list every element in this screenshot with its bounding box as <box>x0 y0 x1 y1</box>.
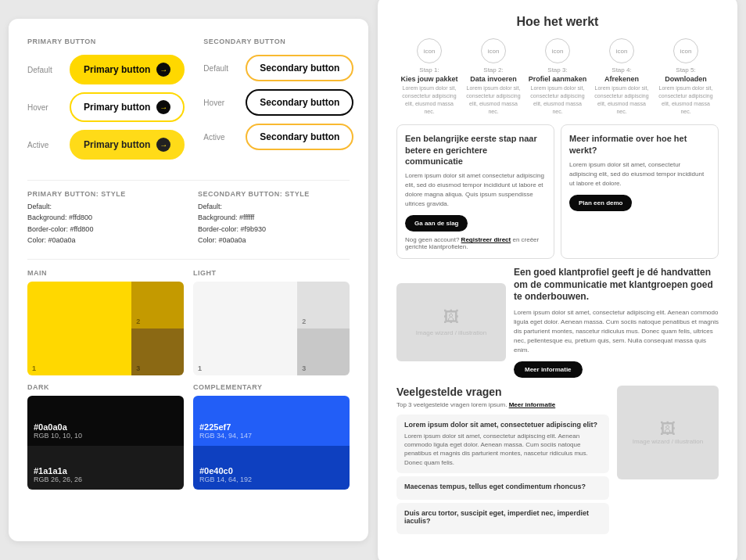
step-2-desc: Lorem ipsum dolor sit, consectetur adipi… <box>464 84 523 115</box>
sec-style-line-2: Border-color: #f9b930 <box>198 224 350 235</box>
primary-default-button[interactable]: Primary button → <box>70 55 185 84</box>
style-section: PRIMARY BUTTON: STYLE Default: Backgroun… <box>27 190 350 246</box>
hover-state-label: Hover <box>27 103 60 112</box>
info-cards: Een belangrijke eerste stap naar betere … <box>396 124 719 259</box>
faq-question-1: Lorem ipsum dolor sit amet, consectetuer… <box>404 421 601 429</box>
dark-swatch-1: #0a0a0a RGB 10, 10, 10 <box>27 396 184 446</box>
secondary-style-title: SECONDARY BUTTON: STYLE <box>198 190 350 198</box>
comp-swatch-1: #225ef7 RGB 34, 94, 147 <box>193 396 350 446</box>
faq-answer-1: Lorem ipsum dolor sit amet, consectetur … <box>404 432 601 467</box>
primary-hover-label: Primary button <box>84 102 150 113</box>
main-swatch-3: 3 <box>131 328 184 375</box>
secondary-default-button[interactable]: Secondary button <box>246 55 353 81</box>
light-color-group: LIGHT 1 2 3 <box>193 269 350 375</box>
faq-subtitle: Top 3 veelgestelde vragen lorem ipsum. M… <box>396 401 609 408</box>
plan-een-demo-button[interactable]: Plan een demo <box>569 195 632 211</box>
meer-informatie-button[interactable]: Meer informatie <box>514 361 583 378</box>
secondary-hover-button[interactable]: Secondary button <box>246 89 353 116</box>
primary-button-section: PRIMARY BUTTON Default Primary button → … <box>27 38 185 167</box>
style-line-2: Border-color: #ffd800 <box>27 224 179 235</box>
light-color-swatches: 1 2 3 <box>193 282 350 375</box>
secondary-active-button[interactable]: Secondary button <box>246 124 353 150</box>
comp-hex-1: #225ef7 <box>199 422 343 432</box>
step-2: icon Stap 2: Data invoeren Lorem ipsum d… <box>464 38 523 115</box>
dark-rgb-2: RGB 26, 26, 26 <box>34 476 178 483</box>
primary-style-text: Default: Background: #ffd800 Border-colo… <box>27 201 179 246</box>
info-card-2-title: Meer informatie over hoe het werkt? <box>569 133 710 156</box>
faq-left: Veelgestelde vragen Top 3 veelgestelde v… <box>396 386 609 537</box>
comp-swatch-2: #0e40c0 RGB 14, 64, 192 <box>193 446 350 490</box>
main-swatch-1-label: 1 <box>32 364 36 372</box>
style-line-1: Background: #ffd800 <box>27 212 179 223</box>
secondary-default-row: Default Secondary button <box>203 55 353 81</box>
dark-color-label: DARK <box>27 383 184 391</box>
light-swatch-3-label: 3 <box>302 364 306 372</box>
main-color-swatches: 1 2 3 <box>27 282 184 375</box>
comp-rgb-2: RGB 14, 64, 192 <box>199 476 343 483</box>
main-swatch-3-label: 3 <box>136 364 140 372</box>
step-4-desc: Lorem ipsum dolor sit, consectetur adipi… <box>592 84 651 115</box>
image-placeholder-icon: 🖼 <box>443 308 459 326</box>
step-2-num: Stap 2: <box>483 66 503 74</box>
light-swatch-1: 1 <box>193 282 297 375</box>
step-2-circle: icon <box>481 38 506 63</box>
complementary-color-label: COMPLEMENTARY <box>193 383 350 391</box>
primary-active-button[interactable]: Primary button → <box>70 130 185 160</box>
info-card-1-title: Een belangrijke eerste stap naar betere … <box>405 133 546 167</box>
step-5-num: Stap 5: <box>676 66 695 74</box>
primary-active-label: Primary button <box>84 139 150 150</box>
sec-style-line-3: Color: #0a0a0a <box>198 235 350 246</box>
sec-style-line-1: Background: #ffffff <box>198 212 350 223</box>
meer-informatie-link[interactable]: Meer informatie <box>509 401 556 408</box>
register-link[interactable]: Registreer direct <box>461 236 511 243</box>
dark-swatch-2: #1a1a1a RGB 26, 26, 26 <box>27 446 184 490</box>
right-content: Hoe het werkt icon Stap 1: Kies jouw pak… <box>396 15 719 537</box>
steps-row: icon Stap 1: Kies jouw pakket Lorem ipsu… <box>396 38 719 115</box>
secondary-style-text: Default: Background: #ffffff Border-colo… <box>198 201 350 246</box>
faq-item-3[interactable]: Duis arcu tortor, suscipit eget, imperdi… <box>396 503 609 534</box>
faq-item-1[interactable]: Lorem ipsum dolor sit amet, consectetuer… <box>396 415 609 473</box>
complementary-color-group: COMPLEMENTARY #225ef7 RGB 34, 94, 147 #0… <box>193 383 350 490</box>
active-state-label: Active <box>27 141 60 149</box>
step-3-title: Profiel aanmaken <box>529 75 587 83</box>
how-it-works-section: Hoe het werkt icon Stap 1: Kies jouw pak… <box>396 15 719 115</box>
step-2-title: Data invoeren <box>470 75 517 83</box>
step-3-desc: Lorem ipsum dolor sit, consectetur adipi… <box>528 84 587 115</box>
light-swatch-1-label: 1 <box>198 364 202 372</box>
step-5-title: Downloaden <box>665 75 707 83</box>
primary-style-col: PRIMARY BUTTON: STYLE Default: Backgroun… <box>27 190 179 246</box>
divider-1 <box>27 180 350 181</box>
how-it-works-title: Hoe het werkt <box>396 15 719 29</box>
style-line-3: Color: #0a0a0a <box>27 235 179 246</box>
faq-question-3: Duis arcu tortor, suscipit eget, imperdi… <box>404 509 601 525</box>
dark-comp-row: DARK #0a0a0a RGB 10, 10, 10 #1a1a1a RGB … <box>27 383 350 490</box>
info-card-1: Een belangrijke eerste stap naar betere … <box>396 124 554 259</box>
primary-active-row: Active Primary button → <box>27 130 185 160</box>
light-swatch-2: 2 <box>297 282 350 328</box>
main-swatch-1: 1 <box>27 282 131 375</box>
ga-aan-de-slag-button[interactable]: Ga aan de slag <box>405 215 468 232</box>
primary-hover-button[interactable]: Primary button → <box>70 92 185 122</box>
arrow-icon-hover: → <box>156 100 170 114</box>
primary-style-title: PRIMARY BUTTON: STYLE <box>27 190 179 198</box>
primary-default-label: Primary button <box>84 64 150 75</box>
secondary-active-row: Active Secondary button <box>203 124 353 150</box>
arrow-icon: → <box>156 63 170 77</box>
secondary-active-state: Active <box>203 133 236 142</box>
step-1-desc: Lorem ipsum dolor sit, consectetur adipi… <box>400 84 459 115</box>
faq-header: Veelgestelde vragen Top 3 veelgestelde v… <box>396 386 719 537</box>
light-color-label: LIGHT <box>193 269 350 277</box>
step-3-num: Stap 3: <box>547 66 567 74</box>
main-swatch-2-label: 2 <box>136 318 140 325</box>
step-5: icon Stap 5: Downloaden Lorem ipsum dolo… <box>656 38 716 115</box>
comp-hex-2: #0e40c0 <box>199 466 343 476</box>
right-panel: Hoe het werkt icon Stap 1: Kies jouw pak… <box>378 0 737 560</box>
dark-swatches: #0a0a0a RGB 10, 10, 10 #1a1a1a RGB 26, 2… <box>27 396 184 490</box>
comp-rgb-1: RGB 34, 94, 147 <box>199 432 343 440</box>
main-color-group: MAIN 1 2 3 <box>27 269 184 375</box>
feature-title: Een goed klantprofiel geeft je dé handva… <box>514 267 719 303</box>
faq-item-2[interactable]: Maecenas tempus, tellus eget condimentum… <box>396 476 609 500</box>
arrow-icon-active: → <box>156 138 170 152</box>
feature-desc: Lorem ipsum dolor sit amet, consectetur … <box>514 308 719 355</box>
step-1-circle: icon <box>417 38 442 63</box>
